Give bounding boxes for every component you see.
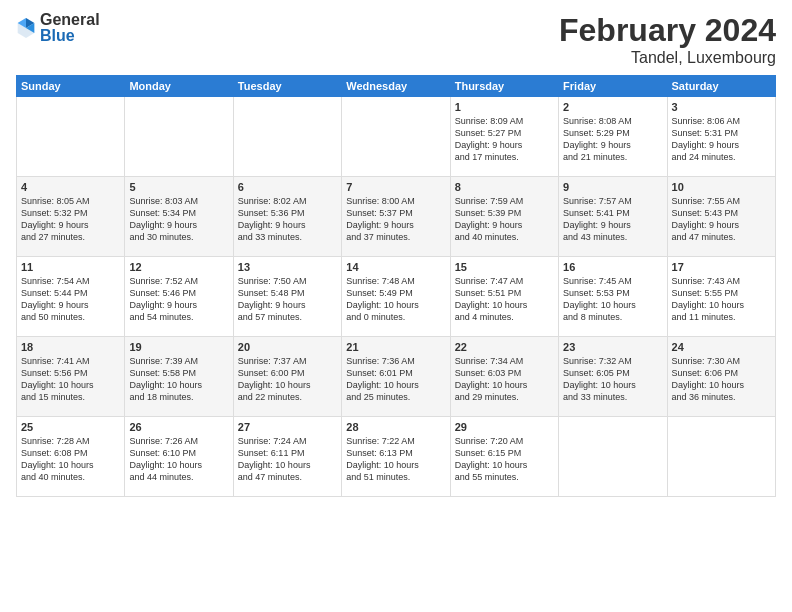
week-row-0: 1Sunrise: 8:09 AM Sunset: 5:27 PM Daylig… [17, 97, 776, 177]
day-number: 13 [238, 261, 337, 273]
calendar-cell: 14Sunrise: 7:48 AM Sunset: 5:49 PM Dayli… [342, 257, 450, 337]
calendar-cell: 8Sunrise: 7:59 AM Sunset: 5:39 PM Daylig… [450, 177, 558, 257]
calendar-cell: 10Sunrise: 7:55 AM Sunset: 5:43 PM Dayli… [667, 177, 775, 257]
day-info: Sunrise: 7:54 AM Sunset: 5:44 PM Dayligh… [21, 275, 120, 324]
day-info: Sunrise: 7:52 AM Sunset: 5:46 PM Dayligh… [129, 275, 228, 324]
calendar-cell: 22Sunrise: 7:34 AM Sunset: 6:03 PM Dayli… [450, 337, 558, 417]
calendar-table: SundayMondayTuesdayWednesdayThursdayFrid… [16, 75, 776, 497]
calendar-cell: 16Sunrise: 7:45 AM Sunset: 5:53 PM Dayli… [559, 257, 667, 337]
logo-icon [16, 16, 36, 40]
day-number: 20 [238, 341, 337, 353]
logo-text: General Blue [40, 12, 100, 44]
day-info: Sunrise: 7:30 AM Sunset: 6:06 PM Dayligh… [672, 355, 771, 404]
day-number: 9 [563, 181, 662, 193]
subtitle: Tandel, Luxembourg [559, 49, 776, 67]
day-number: 11 [21, 261, 120, 273]
day-number: 6 [238, 181, 337, 193]
calendar-cell [559, 417, 667, 497]
day-info: Sunrise: 7:39 AM Sunset: 5:58 PM Dayligh… [129, 355, 228, 404]
day-info: Sunrise: 7:36 AM Sunset: 6:01 PM Dayligh… [346, 355, 445, 404]
day-number: 5 [129, 181, 228, 193]
col-header-saturday: Saturday [667, 76, 775, 97]
day-number: 12 [129, 261, 228, 273]
day-info: Sunrise: 7:20 AM Sunset: 6:15 PM Dayligh… [455, 435, 554, 484]
calendar-cell: 1Sunrise: 8:09 AM Sunset: 5:27 PM Daylig… [450, 97, 558, 177]
calendar-cell: 3Sunrise: 8:06 AM Sunset: 5:31 PM Daylig… [667, 97, 775, 177]
day-number: 4 [21, 181, 120, 193]
day-info: Sunrise: 8:03 AM Sunset: 5:34 PM Dayligh… [129, 195, 228, 244]
day-number: 14 [346, 261, 445, 273]
calendar-cell: 6Sunrise: 8:02 AM Sunset: 5:36 PM Daylig… [233, 177, 341, 257]
calendar-cell: 13Sunrise: 7:50 AM Sunset: 5:48 PM Dayli… [233, 257, 341, 337]
calendar-cell: 9Sunrise: 7:57 AM Sunset: 5:41 PM Daylig… [559, 177, 667, 257]
day-info: Sunrise: 8:08 AM Sunset: 5:29 PM Dayligh… [563, 115, 662, 164]
day-number: 1 [455, 101, 554, 113]
logo: General Blue [16, 12, 100, 44]
day-number: 17 [672, 261, 771, 273]
calendar-cell: 25Sunrise: 7:28 AM Sunset: 6:08 PM Dayli… [17, 417, 125, 497]
day-info: Sunrise: 7:37 AM Sunset: 6:00 PM Dayligh… [238, 355, 337, 404]
day-info: Sunrise: 8:05 AM Sunset: 5:32 PM Dayligh… [21, 195, 120, 244]
week-row-2: 11Sunrise: 7:54 AM Sunset: 5:44 PM Dayli… [17, 257, 776, 337]
day-info: Sunrise: 7:41 AM Sunset: 5:56 PM Dayligh… [21, 355, 120, 404]
header: General Blue February 2024 Tandel, Luxem… [16, 12, 776, 67]
day-info: Sunrise: 7:50 AM Sunset: 5:48 PM Dayligh… [238, 275, 337, 324]
calendar-cell [233, 97, 341, 177]
calendar-cell [125, 97, 233, 177]
day-info: Sunrise: 7:32 AM Sunset: 6:05 PM Dayligh… [563, 355, 662, 404]
day-number: 27 [238, 421, 337, 433]
day-number: 7 [346, 181, 445, 193]
day-number: 29 [455, 421, 554, 433]
calendar-cell: 19Sunrise: 7:39 AM Sunset: 5:58 PM Dayli… [125, 337, 233, 417]
calendar-cell: 15Sunrise: 7:47 AM Sunset: 5:51 PM Dayli… [450, 257, 558, 337]
calendar-cell: 21Sunrise: 7:36 AM Sunset: 6:01 PM Dayli… [342, 337, 450, 417]
col-header-tuesday: Tuesday [233, 76, 341, 97]
header-row: SundayMondayTuesdayWednesdayThursdayFrid… [17, 76, 776, 97]
day-info: Sunrise: 8:06 AM Sunset: 5:31 PM Dayligh… [672, 115, 771, 164]
day-number: 28 [346, 421, 445, 433]
day-info: Sunrise: 7:26 AM Sunset: 6:10 PM Dayligh… [129, 435, 228, 484]
col-header-friday: Friday [559, 76, 667, 97]
day-number: 3 [672, 101, 771, 113]
day-info: Sunrise: 7:43 AM Sunset: 5:55 PM Dayligh… [672, 275, 771, 324]
day-info: Sunrise: 7:55 AM Sunset: 5:43 PM Dayligh… [672, 195, 771, 244]
calendar-cell: 4Sunrise: 8:05 AM Sunset: 5:32 PM Daylig… [17, 177, 125, 257]
day-number: 24 [672, 341, 771, 353]
logo-blue-text: Blue [40, 28, 100, 44]
week-row-1: 4Sunrise: 8:05 AM Sunset: 5:32 PM Daylig… [17, 177, 776, 257]
calendar-cell [667, 417, 775, 497]
calendar-cell [17, 97, 125, 177]
calendar-cell: 23Sunrise: 7:32 AM Sunset: 6:05 PM Dayli… [559, 337, 667, 417]
day-number: 18 [21, 341, 120, 353]
calendar-cell: 28Sunrise: 7:22 AM Sunset: 6:13 PM Dayli… [342, 417, 450, 497]
day-info: Sunrise: 8:09 AM Sunset: 5:27 PM Dayligh… [455, 115, 554, 164]
day-info: Sunrise: 7:28 AM Sunset: 6:08 PM Dayligh… [21, 435, 120, 484]
day-info: Sunrise: 7:48 AM Sunset: 5:49 PM Dayligh… [346, 275, 445, 324]
calendar-cell: 12Sunrise: 7:52 AM Sunset: 5:46 PM Dayli… [125, 257, 233, 337]
col-header-sunday: Sunday [17, 76, 125, 97]
day-number: 25 [21, 421, 120, 433]
calendar-cell: 20Sunrise: 7:37 AM Sunset: 6:00 PM Dayli… [233, 337, 341, 417]
col-header-wednesday: Wednesday [342, 76, 450, 97]
calendar-cell [342, 97, 450, 177]
calendar-cell: 11Sunrise: 7:54 AM Sunset: 5:44 PM Dayli… [17, 257, 125, 337]
day-info: Sunrise: 7:34 AM Sunset: 6:03 PM Dayligh… [455, 355, 554, 404]
day-info: Sunrise: 7:47 AM Sunset: 5:51 PM Dayligh… [455, 275, 554, 324]
logo-general-text: General [40, 12, 100, 28]
page: General Blue February 2024 Tandel, Luxem… [0, 0, 792, 612]
day-number: 22 [455, 341, 554, 353]
day-number: 8 [455, 181, 554, 193]
day-info: Sunrise: 7:24 AM Sunset: 6:11 PM Dayligh… [238, 435, 337, 484]
day-info: Sunrise: 8:02 AM Sunset: 5:36 PM Dayligh… [238, 195, 337, 244]
main-title: February 2024 [559, 12, 776, 49]
day-info: Sunrise: 7:59 AM Sunset: 5:39 PM Dayligh… [455, 195, 554, 244]
calendar-cell: 2Sunrise: 8:08 AM Sunset: 5:29 PM Daylig… [559, 97, 667, 177]
day-info: Sunrise: 7:57 AM Sunset: 5:41 PM Dayligh… [563, 195, 662, 244]
calendar-cell: 29Sunrise: 7:20 AM Sunset: 6:15 PM Dayli… [450, 417, 558, 497]
day-number: 15 [455, 261, 554, 273]
col-header-monday: Monday [125, 76, 233, 97]
calendar-cell: 5Sunrise: 8:03 AM Sunset: 5:34 PM Daylig… [125, 177, 233, 257]
day-number: 16 [563, 261, 662, 273]
calendar-cell: 17Sunrise: 7:43 AM Sunset: 5:55 PM Dayli… [667, 257, 775, 337]
day-info: Sunrise: 7:22 AM Sunset: 6:13 PM Dayligh… [346, 435, 445, 484]
